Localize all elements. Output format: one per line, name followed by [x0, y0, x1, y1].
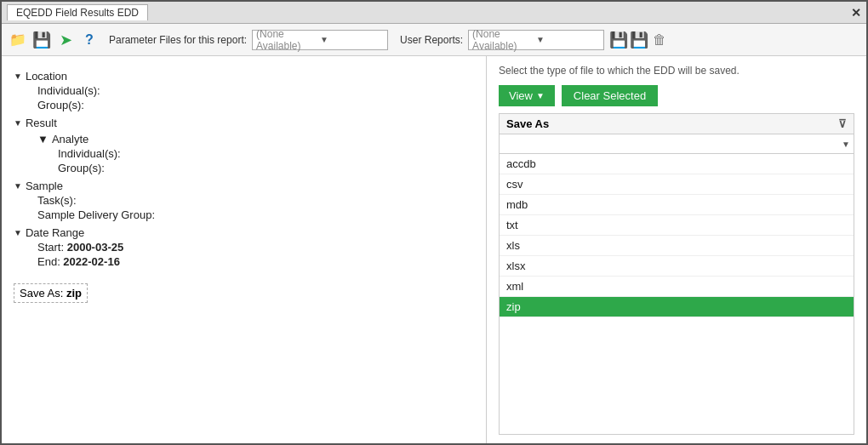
- param-files-dropdown[interactable]: (None Available) ▼: [252, 30, 388, 50]
- table-filter-row: ▼: [500, 134, 854, 154]
- date-start-value: 2000-03-25: [67, 241, 124, 254]
- save-as-bottom: Save As: zip: [14, 283, 88, 303]
- view-dropdown-arrow: ▼: [536, 91, 545, 100]
- table-row[interactable]: mdb: [500, 195, 854, 215]
- param-files-label: Parameter Files for this report:: [109, 34, 247, 46]
- table-row[interactable]: accdb: [500, 154, 854, 174]
- date-start: Start: 2000-03-25: [37, 241, 474, 254]
- location-arrow[interactable]: ▼: [14, 71, 22, 81]
- table-row[interactable]: txt: [500, 215, 854, 236]
- sample-arrow[interactable]: ▼: [14, 181, 22, 191]
- date-end: End: 2022-02-16: [37, 255, 474, 268]
- toolbar: 📁 💾 ➤ ? Parameter Files for this report:…: [2, 24, 866, 56]
- sample-label: Sample: [26, 180, 63, 192]
- location-groups: Group(s):: [37, 99, 474, 111]
- table-column-header: Save As: [506, 117, 549, 130]
- date-range-arrow[interactable]: ▼: [14, 228, 22, 237]
- save-icons-group: 💾 💾 🗑: [609, 31, 669, 49]
- folder-icon[interactable]: 📁: [9, 31, 27, 49]
- right-buttons: View ▼ Clear Selected: [499, 85, 854, 106]
- sample-section: ▼ Sample: [14, 180, 474, 192]
- table-row[interactable]: xml: [500, 277, 854, 297]
- save-as-icon[interactable]: 💾: [630, 31, 648, 49]
- analyte-label: Analyte: [52, 133, 89, 145]
- help-icon[interactable]: ?: [80, 31, 99, 49]
- param-dropdown-arrow: ▼: [320, 35, 384, 44]
- user-reports-label: User Reports:: [400, 34, 463, 46]
- param-files-value: (None Available): [256, 28, 320, 52]
- close-button[interactable]: ✕: [851, 6, 861, 20]
- result-label: Result: [26, 117, 57, 129]
- result-section: ▼ Result: [14, 117, 474, 129]
- main-window: EQEDD Field Results EDD ✕ 📁 💾 ➤ ? Parame…: [0, 0, 868, 445]
- result-arrow[interactable]: ▼: [14, 118, 22, 128]
- table-filter-input[interactable]: [503, 136, 842, 151]
- table-row[interactable]: xls: [500, 236, 854, 256]
- table-filter-arrow[interactable]: ▼: [842, 140, 850, 149]
- sample-delivery-group: Sample Delivery Group:: [37, 208, 474, 221]
- date-range-label: Date Range: [26, 226, 84, 239]
- analyte-individuals: Individual(s):: [58, 147, 474, 160]
- save-as-bottom-label: Save As:: [20, 287, 63, 300]
- window-title: EQEDD Field Results EDD: [7, 4, 148, 20]
- analyte-arrow[interactable]: ▼: [37, 133, 49, 145]
- sample-tasks: Task(s):: [37, 194, 474, 207]
- title-bar-left: EQEDD Field Results EDD: [7, 4, 148, 20]
- save-as-table: Save As ⊽ ▼ accdbcsvmdbtxtxlsxlsxxmlzip: [499, 113, 854, 435]
- analyte-groups: Group(s):: [58, 162, 474, 174]
- filter-icon[interactable]: ⊽: [838, 117, 847, 130]
- table-row[interactable]: csv: [500, 174, 854, 195]
- user-reports-arrow: ▼: [536, 35, 600, 44]
- date-end-value: 2022-02-16: [63, 255, 120, 268]
- save-report-icon[interactable]: 💾: [609, 31, 628, 49]
- title-bar: EQEDD Field Results EDD ✕: [2, 2, 866, 24]
- right-panel: Select the type of file to which the EDD…: [487, 56, 866, 443]
- delete-icon[interactable]: 🗑: [650, 31, 669, 49]
- table-row[interactable]: zip: [500, 297, 854, 317]
- location-individuals: Individual(s):: [37, 84, 474, 97]
- save-icon[interactable]: 💾: [32, 31, 51, 49]
- table-rows: accdbcsvmdbtxtxlsxlsxxmlzip: [500, 154, 854, 434]
- save-as-bottom-value: zip: [66, 287, 82, 300]
- location-label: Location: [26, 70, 67, 83]
- left-panel: ▼ Location Individual(s): Group(s): ▼ Re…: [2, 56, 487, 443]
- date-range-section: ▼ Date Range: [14, 226, 474, 239]
- location-section: ▼ Location: [14, 70, 474, 83]
- view-button[interactable]: View ▼: [499, 85, 555, 106]
- user-reports-dropdown[interactable]: (None Available) ▼: [468, 30, 604, 50]
- right-panel-hint: Select the type of file to which the EDD…: [499, 65, 854, 77]
- main-content: ▼ Location Individual(s): Group(s): ▼ Re…: [2, 56, 866, 443]
- table-header: Save As ⊽: [500, 114, 854, 134]
- user-reports-value: (None Available): [472, 28, 536, 52]
- arrow-icon[interactable]: ➤: [56, 31, 75, 49]
- analyte-section: ▼ Analyte: [37, 133, 474, 145]
- table-row[interactable]: xlsx: [500, 256, 854, 277]
- clear-selected-button[interactable]: Clear Selected: [562, 85, 658, 106]
